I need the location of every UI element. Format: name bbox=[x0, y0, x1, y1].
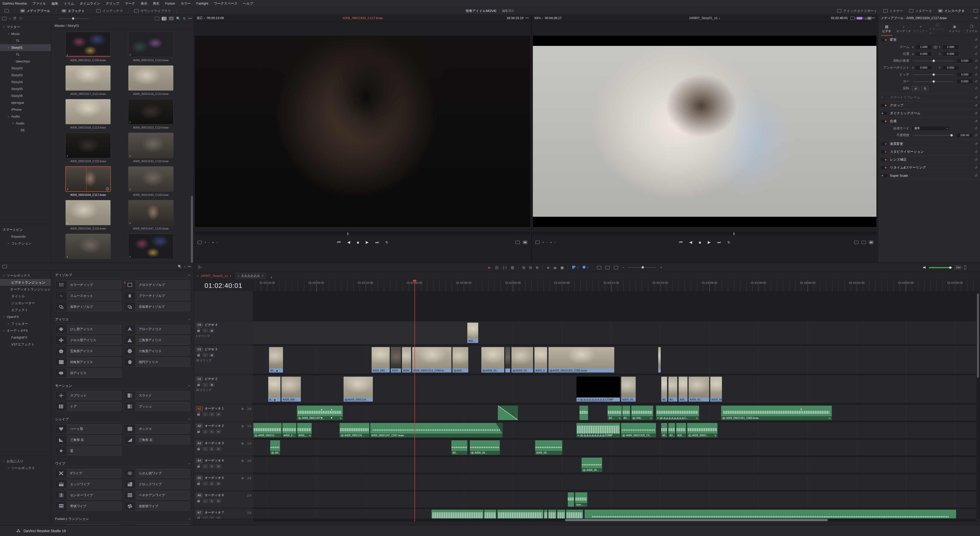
bin-item-iphone[interactable]: iPhone bbox=[0, 106, 51, 113]
play-button[interactable]: ▶ bbox=[366, 240, 369, 244]
auto-select-button[interactable]: ◇ bbox=[203, 465, 208, 468]
transition-tile[interactable]: 楕円アイリス bbox=[124, 357, 190, 367]
frame-view-button[interactable]: ▦ bbox=[209, 329, 215, 333]
section-スタビライゼーション[interactable]: スタビライゼーション↺ bbox=[878, 148, 980, 156]
reset-icon[interactable]: ↺ bbox=[974, 150, 977, 154]
track-lane[interactable] bbox=[253, 474, 977, 490]
audio-clip[interactable]: A009_09021351_C069.braw∿ bbox=[721, 406, 832, 420]
source-clip-name[interactable]: A009_09021634_C117.braw bbox=[342, 16, 383, 20]
fullscreen-icon[interactable] bbox=[862, 241, 866, 244]
replace-clip-icon[interactable]: ⧉ bbox=[536, 265, 538, 270]
media-clip-thumbnail[interactable]: ♪A009_09021617_C111.braw bbox=[65, 65, 111, 95]
section-合成[interactable]: 合成↺合成モード通常↺不透明度100.00↺ bbox=[878, 117, 980, 140]
timeline-tab[interactable]: ×240907_Story01_v1∨ bbox=[194, 272, 234, 279]
bin-item-story02[interactable]: Story02 bbox=[0, 65, 51, 71]
value-field[interactable]: 0.000 bbox=[942, 65, 959, 70]
track-badge[interactable]: A6 bbox=[196, 493, 203, 498]
gang-mode-icon[interactable] bbox=[197, 241, 202, 244]
audio-clip[interactable]: A009_090212... bbox=[253, 423, 282, 438]
track-badge[interactable]: V4 bbox=[196, 323, 203, 327]
menu-item[interactable]: ワークスペース bbox=[214, 1, 238, 6]
transition-tile[interactable]: スプリット bbox=[55, 391, 121, 400]
track-header-A5[interactable]: A5オーディオ 5fx2.0◇SM bbox=[194, 474, 253, 490]
menu-item[interactable]: ヘルプ bbox=[243, 1, 253, 6]
section-Super Scale[interactable]: Super Scale↺ bbox=[878, 171, 980, 179]
transition-tile[interactable]: 帯状ワイプ bbox=[55, 501, 121, 511]
lock-icon[interactable] bbox=[197, 431, 200, 433]
lock-icon[interactable] bbox=[197, 330, 200, 332]
media-clip-thumbnail[interactable]: ♪A009_09021614_C110.braw bbox=[128, 32, 173, 62]
transition-tile[interactable]: ドア bbox=[55, 402, 121, 411]
audio-clip[interactable] bbox=[568, 492, 574, 507]
track-badge[interactable]: A7 bbox=[196, 510, 203, 515]
marker-icon[interactable] bbox=[583, 265, 585, 270]
mute-button[interactable]: M bbox=[216, 447, 221, 451]
value-field[interactable]: 0.000 bbox=[915, 65, 932, 70]
track-header-A1[interactable]: A1オーディオ 1fx2.0◇SM bbox=[194, 405, 253, 421]
track-badge[interactable]: A5 bbox=[196, 476, 203, 480]
inspector-tab-ファイル[interactable]: ❒ファイル bbox=[963, 22, 980, 36]
menu-item[interactable]: 表示 bbox=[141, 1, 147, 6]
smart-bin-item[interactable]: >コレクション bbox=[0, 240, 51, 247]
video-clip[interactable]: A009_090... bbox=[281, 376, 301, 402]
track-badge[interactable]: A3 bbox=[196, 441, 203, 446]
toolbar-button[interactable]: サウンドライブラリ bbox=[132, 8, 173, 14]
bin-item-story04[interactable]: Story04 bbox=[0, 79, 51, 86]
video-clip[interactable] bbox=[658, 347, 661, 373]
menu-item[interactable]: マーク bbox=[125, 1, 135, 6]
source-more-icon[interactable]: ••• bbox=[525, 16, 529, 20]
video-clip[interactable]: A009_00... bbox=[688, 376, 710, 402]
audio-clip[interactable]: A0... bbox=[622, 406, 630, 420]
section-速度変更[interactable]: 速度変更↺ bbox=[878, 140, 980, 148]
ruler-strip[interactable]: 01:02:16:0001:02:24:0001:02:32:0001:02:4… bbox=[253, 280, 977, 292]
section-クロップ[interactable]: クロップ↺ bbox=[878, 101, 980, 109]
section-toggle[interactable] bbox=[881, 143, 887, 145]
keyframe-dot[interactable] bbox=[803, 411, 805, 413]
value-field[interactable]: 0.000 bbox=[956, 79, 973, 84]
toolbar-button[interactable]: メタデータ bbox=[907, 8, 935, 14]
auto-select-button[interactable]: ◇ bbox=[203, 383, 208, 387]
go-last-frame-button[interactable]: ⏭ bbox=[718, 240, 721, 244]
new-timeline-tab-button[interactable]: + bbox=[267, 275, 276, 279]
transition-tile[interactable]: ベネチアンワイプ bbox=[124, 491, 190, 500]
track-lane[interactable]: A0... ◆A009_090...A009...A009_...A009_09… bbox=[253, 346, 977, 374]
smart-bin-item[interactable]: Keywords bbox=[0, 233, 51, 240]
media-clip-thumbnail[interactable]: ♪iA009_09021634_C117.braw bbox=[65, 166, 111, 197]
auto-select-button[interactable]: ◇ bbox=[203, 329, 208, 333]
reset-icon[interactable]: ↺ bbox=[974, 38, 977, 42]
transition-tile[interactable]: クロスディゾルブ bbox=[124, 280, 190, 289]
video-clip[interactable]: A00... bbox=[452, 347, 469, 373]
more-options-icon[interactable]: ••• bbox=[188, 17, 192, 21]
audio-clip[interactable]: A009_09... bbox=[469, 440, 500, 455]
video-clip[interactable]: ≡ ああああああああCOMP bbox=[576, 376, 620, 402]
volume-slider[interactable] bbox=[929, 267, 952, 268]
thumbnail-size-slider[interactable] bbox=[58, 18, 89, 19]
inspector-tab-イメージ[interactable]: ▣イメージ bbox=[946, 22, 963, 36]
transition-tile[interactable]: プッシュ bbox=[124, 402, 190, 411]
track-badge[interactable]: A4 bbox=[196, 458, 203, 463]
zoom-in-icon[interactable]: + bbox=[660, 266, 662, 269]
bin-item-se[interactable]: SE bbox=[0, 127, 51, 133]
custom-view-icon[interactable] bbox=[597, 266, 601, 269]
effects-group-header[interactable]: ディゾルブ∧ bbox=[55, 272, 190, 278]
grab-still-icon[interactable] bbox=[854, 241, 859, 244]
insert-icon[interactable] bbox=[523, 241, 527, 244]
video-clip[interactable]: A... ◆ bbox=[268, 376, 281, 402]
snapping-icon[interactable]: ∪ bbox=[547, 265, 549, 270]
menu-item[interactable]: カラー bbox=[181, 1, 191, 6]
media-clip-thumbnail[interactable]: ♪ bbox=[128, 233, 173, 261]
solo-button[interactable]: S bbox=[209, 482, 215, 485]
list-view-icon[interactable] bbox=[169, 17, 173, 21]
bin-item-epirogue[interactable]: epirogue bbox=[0, 99, 51, 106]
zoom-out-icon[interactable]: – bbox=[622, 266, 624, 269]
link-icon[interactable] bbox=[934, 46, 937, 48]
timeline-vscrollbar[interactable] bbox=[977, 292, 980, 519]
stop-button[interactable]: ■ bbox=[357, 240, 359, 244]
menu-item[interactable]: 編集 bbox=[52, 1, 58, 6]
color-icon[interactable]: ◎ bbox=[864, 16, 867, 20]
media-clip-thumbnail[interactable]: ♪ bbox=[65, 233, 111, 261]
transition-tile[interactable]: 加算ディゾルブ bbox=[55, 302, 121, 311]
auto-select-button[interactable]: ◇ bbox=[203, 499, 208, 503]
toolbar-button[interactable]: エフェクト bbox=[59, 8, 88, 14]
lock-icon[interactable] bbox=[197, 414, 200, 415]
